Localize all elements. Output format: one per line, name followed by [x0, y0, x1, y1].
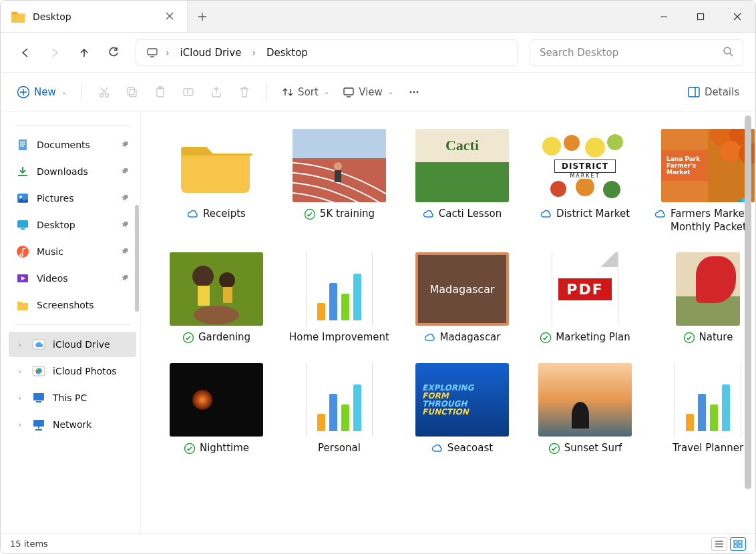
sidebar-item-icloud-drive[interactable]: › iCloud Drive — [9, 332, 136, 357]
sort-button[interactable]: Sort ⌄ — [276, 79, 335, 105]
new-button[interactable]: New ⌄ — [11, 79, 72, 105]
file-item[interactable]: PDF Marketing Plan — [528, 252, 642, 344]
close-window-button[interactable] — [719, 1, 755, 32]
svg-rect-0 — [697, 13, 703, 19]
sidebar-item-network[interactable]: › Network — [9, 412, 136, 437]
file-name: Personal — [318, 442, 361, 455]
cloud-icon — [540, 208, 552, 220]
sidebar-item-music[interactable]: Music — [9, 239, 136, 264]
details-view-toggle[interactable] — [711, 537, 727, 551]
rename-button[interactable] — [176, 79, 201, 105]
new-button-label: New — [34, 86, 56, 98]
file-item[interactable]: DISTRICTMARKET District Market — [528, 129, 642, 221]
folder-icon — [15, 298, 30, 312]
paste-button[interactable] — [148, 79, 173, 105]
chevron-right-icon[interactable]: › — [15, 421, 25, 429]
details-pane-button[interactable]: Details — [682, 79, 745, 105]
file-item[interactable]: 5K training — [282, 129, 396, 221]
chevron-down-icon: ⌄ — [324, 88, 329, 95]
svg-rect-15 — [689, 87, 699, 97]
file-item[interactable]: EXPLORINGFORMTHROUGHFUNCTION Seacoast — [405, 363, 519, 455]
tab-close-button[interactable] — [163, 9, 176, 25]
cloud-icon — [423, 208, 435, 220]
file-name: Gardening — [198, 331, 250, 344]
delete-button[interactable] — [232, 79, 257, 105]
file-item[interactable]: Lana ParkFarmer's Market Farmers Market … — [651, 129, 755, 234]
forward-button[interactable] — [42, 40, 67, 65]
sidebar-item-label: Screenshots — [37, 300, 94, 310]
file-item[interactable]: Personal — [282, 363, 396, 455]
svg-point-43 — [585, 137, 605, 158]
chevron-down-icon: ⌄ — [388, 88, 393, 95]
svg-point-2 — [724, 47, 731, 54]
sidebar-scrollbar[interactable] — [135, 205, 139, 312]
synced-check-icon — [540, 332, 552, 344]
view-button[interactable]: View ⌄ — [337, 79, 399, 105]
minimize-button[interactable] — [645, 1, 682, 32]
up-button[interactable] — [71, 40, 97, 65]
search-box[interactable] — [530, 39, 743, 66]
crumb-icloud-drive[interactable]: iCloud Drive — [174, 44, 248, 61]
folder-icon — [11, 11, 26, 23]
chevron-right-icon[interactable]: › — [15, 394, 25, 402]
svg-rect-65 — [734, 545, 737, 547]
chevron-right-icon[interactable]: › — [15, 340, 25, 349]
more-button[interactable] — [401, 79, 427, 105]
file-item[interactable]: Nature — [651, 252, 755, 344]
crumb-desktop[interactable]: Desktop — [260, 44, 315, 61]
icons-view-toggle[interactable] — [730, 537, 746, 551]
synced-check-icon — [182, 332, 194, 344]
tab-title: Desktop — [33, 11, 71, 22]
monitor-icon — [143, 47, 162, 59]
tab-desktop[interactable]: Desktop — [1, 1, 188, 32]
file-item[interactable]: Home Improvement — [282, 252, 396, 344]
sidebar-item-documents[interactable]: Documents — [9, 132, 136, 158]
cloud-icon — [431, 443, 443, 455]
maximize-button[interactable] — [682, 1, 719, 32]
file-item[interactable]: Travel Planner — [651, 363, 755, 455]
sidebar-item-label: iCloud Drive — [53, 339, 110, 350]
sidebar-item-downloads[interactable]: Downloads — [9, 159, 136, 184]
file-item[interactable]: Gardening — [160, 252, 273, 344]
cut-button[interactable] — [91, 79, 117, 105]
content-scrollbar[interactable] — [745, 115, 751, 489]
pictures-icon — [15, 191, 30, 206]
file-item[interactable]: Cacti Cacti Lesson — [405, 129, 519, 221]
svg-rect-6 — [130, 89, 136, 97]
icloud-icon — [31, 337, 46, 352]
new-tab-button[interactable] — [188, 1, 217, 32]
sidebar-item-pictures[interactable]: Pictures — [9, 186, 136, 211]
back-button[interactable] — [13, 40, 38, 65]
sidebar-item-desktop[interactable]: Desktop — [9, 212, 136, 238]
file-item[interactable]: Sunset Surf — [528, 363, 642, 455]
file-name: 5K training — [320, 208, 375, 221]
chevron-right-icon[interactable]: › — [15, 367, 25, 376]
file-explorer-window: Desktop › iCloud Drive › Desktop — [0, 0, 756, 554]
svg-point-41 — [542, 137, 561, 156]
window-controls — [645, 1, 755, 32]
refresh-button[interactable] — [101, 40, 126, 65]
share-button[interactable] — [204, 79, 229, 105]
sidebar-item-videos[interactable]: Videos — [9, 266, 136, 291]
file-item[interactable]: Receipts — [160, 129, 273, 221]
file-item[interactable]: Madagascar Madagascar — [405, 252, 519, 344]
titlebar: Desktop — [1, 1, 755, 33]
cloud-icon — [424, 332, 436, 344]
details-button-label: Details — [705, 86, 739, 98]
sidebar-item-screenshots[interactable]: Screenshots — [9, 292, 136, 318]
copy-button[interactable] — [120, 79, 145, 105]
svg-point-42 — [564, 135, 580, 151]
chevron-right-icon: › — [250, 47, 257, 58]
sidebar-item-this-pc[interactable]: › This PC — [9, 385, 136, 410]
sidebar-item-label: Pictures — [37, 193, 73, 204]
svg-point-57 — [194, 306, 239, 324]
sidebar-item-icloud-photos[interactable]: › iCloud Photos — [9, 358, 136, 384]
svg-point-50 — [720, 141, 741, 162]
search-input[interactable] — [540, 47, 723, 59]
breadcrumb[interactable]: › iCloud Drive › Desktop — [136, 39, 518, 66]
downloads-icon — [15, 164, 30, 179]
file-item[interactable]: Nighttime — [160, 363, 273, 455]
sidebar-item-label: This PC — [53, 392, 87, 403]
svg-rect-10 — [184, 89, 193, 95]
status-bar: 15 items — [1, 533, 755, 553]
